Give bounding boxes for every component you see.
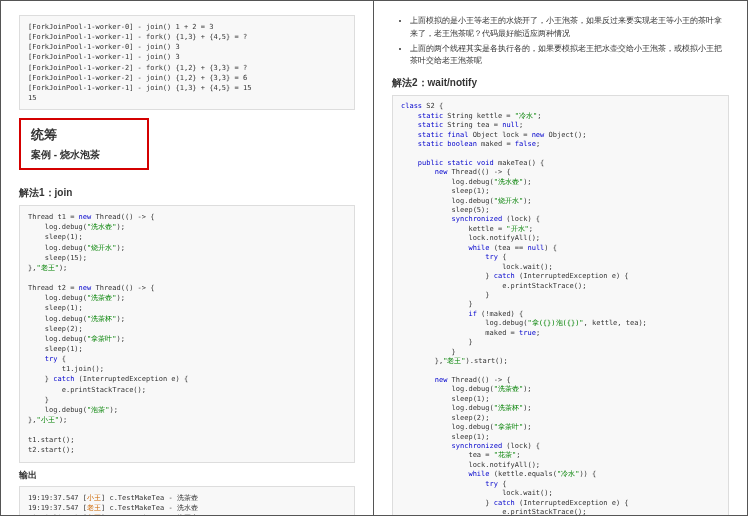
note-2: 上面的两个线程其实是各执行各的，如果要模拟老王把水壶交给小王泡茶，或模拟小王把茶…	[410, 43, 729, 69]
output-log: 19:19:37.547 [小王] c.TestMakeTea - 洗茶壶 19…	[19, 486, 355, 517]
method2-code: class S2 { static String kettle = "冷水"; …	[392, 95, 729, 516]
page-left: [ForkJoinPool-1-worker-0] - join() 1 + 2…	[0, 0, 374, 516]
heading-case: 案例 - 烧水泡茶	[31, 148, 137, 162]
note-1: 上面模拟的是小王等老王的水烧开了，小王泡茶，如果反过来要实现老王等小王的茶叶拿来…	[410, 15, 729, 41]
output-title: 输出	[19, 469, 355, 482]
forkjoin-output-code: [ForkJoinPool-1-worker-0] - join() 1 + 2…	[19, 15, 355, 110]
heading-coord: 统筹	[31, 126, 137, 144]
defect-notes: 上面模拟的是小王等老王的水烧开了，小王泡茶，如果反过来要实现老王等小王的茶叶拿来…	[392, 15, 729, 68]
method1-title: 解法1：join	[19, 186, 355, 200]
page-right: 上面模拟的是小王等老王的水烧开了，小王泡茶，如果反过来要实现老王等小王的茶叶拿来…	[374, 0, 748, 516]
method1-code: Thread t1 = new Thread(() -> { log.debug…	[19, 205, 355, 462]
method2-title: 解法2：wait/notify	[392, 76, 729, 90]
highlight-box: 统筹 案例 - 烧水泡茶	[19, 118, 149, 170]
